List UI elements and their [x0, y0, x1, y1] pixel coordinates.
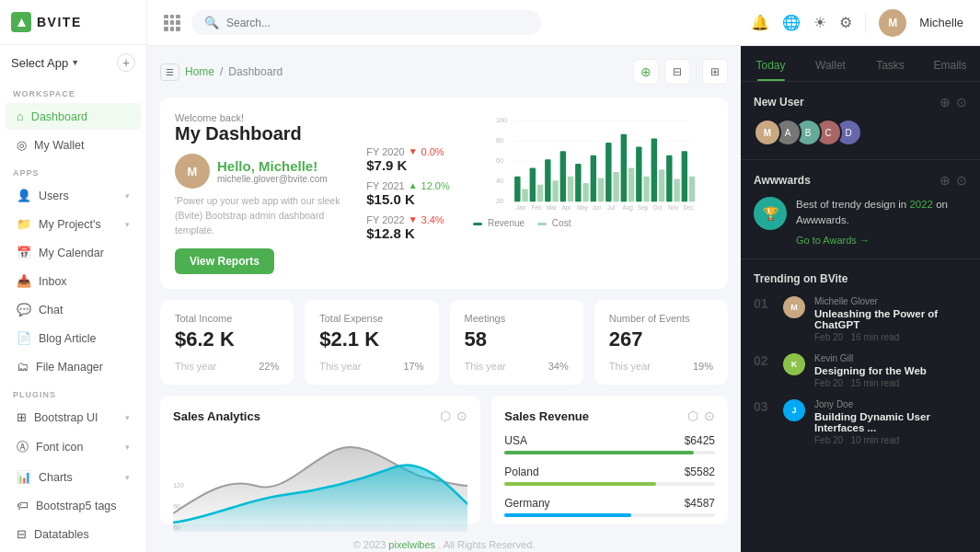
tab-today[interactable]: Today [741, 46, 801, 81]
sidebar-item-datatables[interactable]: ⊟ Datatables [6, 521, 141, 547]
welcome-left: Welcome back! My Dashboard M Hello, Mich… [175, 112, 346, 274]
more2-icon[interactable]: ⊙ [704, 408, 715, 423]
awwwards-award-icon: 🏆 [754, 197, 787, 230]
more-icon[interactable]: ⊙ [456, 408, 467, 423]
svg-rect-15 [575, 164, 581, 201]
svg-text:Jan: Jan [516, 204, 526, 211]
sidebar-item-label: My Project's [39, 218, 101, 231]
bell-icon[interactable]: 🔔 [751, 14, 769, 31]
sidebar-item-label: Users [39, 190, 69, 202]
svg-text:20: 20 [496, 197, 503, 205]
expand2-icon[interactable]: ⬡ [687, 408, 698, 423]
sidebar-item-font-icon[interactable]: Ⓐ Font icon ▾ [6, 432, 141, 462]
fill-usa [504, 451, 694, 454]
sidebar-item-file-manager[interactable]: 🗂 File Manager [6, 353, 141, 380]
sidebar-item-label: Bootstrap UI [34, 411, 98, 424]
breadcrumb-bar: ☰ Home / Dashboard ⊕ ⊟ ⊞ [160, 59, 728, 85]
view-reports-button[interactable]: View Reports [175, 248, 274, 274]
svg-text:90: 90 [173, 503, 180, 510]
trend-name-1: Michelle Glover [814, 296, 967, 306]
trend-headline-2: Designing for the Web [814, 365, 927, 376]
country-usa: USA [504, 434, 527, 447]
awwwards-label: Awwwards [754, 174, 811, 187]
apps-section-label: APPS [0, 159, 146, 181]
fy2022-pct: 3.4% [421, 214, 444, 225]
svg-text:Mar: Mar [547, 204, 558, 211]
avatars-row: M A B C D [754, 119, 967, 146]
svg-rect-25 [553, 180, 559, 201]
sidebar-item-label: Datatables [34, 528, 89, 541]
go-to-awards-link[interactable]: Go to Awards → [796, 235, 967, 246]
revenue-item-usa: USA $6425 [504, 434, 715, 454]
tab-emails[interactable]: Emails [920, 46, 980, 81]
svg-rect-23 [523, 189, 528, 201]
bottom-row: Sales Analytics ⬡ ⊙ [160, 396, 728, 524]
trend-read-1: 16 min read [850, 332, 899, 342]
breadcrumb-home[interactable]: Home [185, 65, 214, 78]
stat-pct: 17% [403, 361, 423, 372]
stat-footer-label: This year [175, 361, 216, 372]
sidebar-item-calendar[interactable]: 📅 My Calendar [6, 239, 141, 266]
sidebar: BVITE Select App ▼ + WORKSPACE ⌂ Dashboa… [0, 0, 147, 552]
stat-value: $6.2 K [175, 328, 279, 351]
select-app-bar[interactable]: Select App ▼ + [0, 45, 146, 80]
select-app-chevron-icon: ▼ [71, 58, 79, 67]
main-content: 🔍 🔔 🌐 ☀ ⚙ M Michelle ☰ Home / Dashboard … [147, 0, 980, 552]
awwwards-year: 2022 [909, 199, 933, 210]
tab-tasks[interactable]: Tasks [860, 46, 920, 81]
sun-icon[interactable]: ☀ [813, 14, 826, 31]
tab-wallet[interactable]: Wallet [801, 46, 860, 81]
stat-label: Total Income [175, 313, 279, 324]
svg-rect-29 [614, 172, 619, 201]
sidebar-item-charts[interactable]: 📊 Charts ▾ [6, 464, 141, 490]
awwwards-more-icon[interactable]: ⊙ [956, 173, 967, 188]
font-icon: Ⓐ [17, 439, 29, 455]
globe-icon[interactable]: 🌐 [782, 14, 801, 31]
stat-footer-label: This year [465, 361, 506, 372]
sidebar-item-bootstrap5[interactable]: 🏷 Bootstrap5 tags [6, 492, 141, 519]
add-widget-button[interactable]: ⊕ [633, 59, 659, 85]
sidebar-item-dashboard[interactable]: ⌂ Dashboard [6, 103, 141, 130]
files-icon: 🗂 [17, 360, 29, 374]
avatar-1: M [754, 119, 781, 146]
svg-rect-11 [514, 177, 520, 202]
grid-menu-icon[interactable] [164, 15, 180, 31]
sidebar-item-label: My Calendar [39, 247, 104, 259]
svg-rect-19 [636, 147, 641, 202]
filter-button[interactable]: ⊟ [664, 59, 690, 85]
new-user-section: New User ⊕ ⊙ M A B C D [741, 82, 980, 160]
breadcrumb-sep: / [220, 65, 223, 78]
svg-rect-27 [583, 183, 589, 201]
country-germany: Germany [504, 497, 549, 510]
logo-icon [11, 12, 31, 32]
search-input[interactable] [226, 17, 528, 29]
revenue-legend-dot [473, 223, 482, 225]
sidebar-toggle-icon[interactable]: ☰ [160, 63, 179, 81]
new-user-more-icon[interactable]: ⊙ [956, 95, 967, 109]
layout-button[interactable]: ⊞ [702, 59, 728, 85]
up-arrow-icon: ▲ [409, 180, 418, 190]
svg-rect-17 [605, 143, 611, 201]
sidebar-item-label: Blog Article [39, 332, 97, 345]
sidebar-item-blog[interactable]: 📄 Blog Article [6, 325, 141, 351]
new-user-add-icon[interactable]: ⊕ [940, 95, 951, 109]
amount-usa: $6425 [685, 434, 715, 447]
footer: © 2023 pixelwibes . All Rights Reserved. [160, 535, 728, 552]
search-bar: 🔍 [191, 10, 541, 35]
add-app-button[interactable]: + [117, 53, 135, 72]
expand-icon[interactable]: ⬡ [440, 408, 451, 423]
sidebar-item-projects[interactable]: 📁 My Project's ▾ [6, 211, 141, 237]
gear-icon[interactable]: ⚙ [839, 14, 852, 31]
revenue-chart: 100 80 60 40 20 [473, 112, 713, 274]
svg-marker-0 [17, 18, 26, 27]
sidebar-item-wallet[interactable]: ◎ My Wallet [6, 132, 141, 158]
svg-rect-24 [537, 185, 543, 201]
sidebar-item-bootstrap-ui[interactable]: ⊞ Bootstrap UI ▾ [6, 404, 141, 431]
svg-text:60: 60 [496, 156, 503, 165]
sidebar-item-chat[interactable]: 💬 Chat [6, 296, 141, 323]
chevron-icon: ▾ [125, 413, 130, 422]
home-icon: ⌂ [17, 109, 24, 123]
sidebar-item-users[interactable]: 👤 Users ▾ [6, 182, 141, 209]
awwwards-add-icon[interactable]: ⊕ [940, 173, 951, 188]
sidebar-item-inbox[interactable]: 📥 Inbox [6, 268, 141, 294]
